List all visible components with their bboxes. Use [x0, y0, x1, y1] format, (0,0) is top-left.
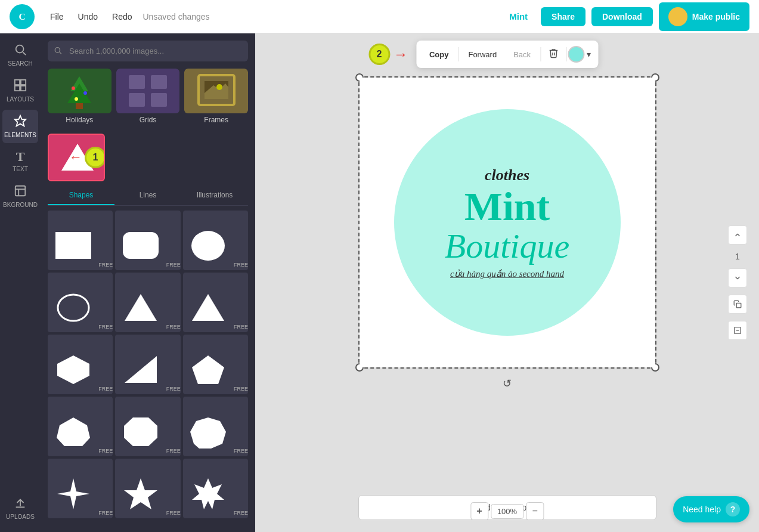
shape-circle-outline[interactable]: FREE — [48, 273, 113, 332]
sidebar-item-uploads[interactable]: UPLOADS — [2, 491, 38, 525]
svg-rect-6 — [15, 86, 20, 91]
layouts-icon — [14, 79, 27, 94]
selected-shape-item[interactable]: ← 1 — [48, 134, 105, 181]
share-button[interactable]: Share — [541, 7, 585, 26]
canvas-area: 2 → Copy Forward Back ▾ — [255, 33, 759, 532]
svg-rect-7 — [21, 86, 26, 91]
svg-rect-4 — [15, 80, 20, 85]
free-badge: FREE — [234, 386, 248, 392]
shape-star5[interactable]: FREE — [115, 459, 180, 518]
step2-wrap: 2 → — [368, 44, 408, 65]
page-up-button[interactable] — [728, 225, 747, 245]
tab-illustrations[interactable]: Illustrations — [181, 186, 248, 205]
shape-circle[interactable]: FREE — [183, 211, 248, 270]
search-bar — [48, 41, 248, 61]
svg-rect-23 — [151, 93, 167, 107]
svg-line-11 — [60, 52, 61, 54]
svg-point-10 — [55, 47, 60, 52]
svg-rect-5 — [21, 80, 26, 85]
sidebar-item-background[interactable]: BKGROUND — [2, 180, 38, 213]
color-swatch[interactable] — [568, 46, 584, 63]
text-label: TEXT — [13, 166, 28, 172]
shape-star6[interactable]: FREE — [183, 459, 248, 518]
main-layout: SEARCH LAYOUTS ELEMENTS T TEXT — [0, 33, 759, 532]
shape-pentagon[interactable]: FREE — [183, 335, 248, 394]
search-input[interactable] — [48, 41, 248, 61]
shape-octagon[interactable]: FREE — [115, 397, 180, 456]
zoom-level: 100% — [491, 504, 523, 519]
shape-nonagon[interactable]: FREE — [183, 397, 248, 456]
redo-menu[interactable]: Redo — [106, 8, 138, 25]
shape-rect[interactable]: FREE — [48, 211, 113, 270]
topbar-menu: File Undo Redo Unsaved changes — [44, 8, 210, 25]
side-panel: Holidays Grids — [41, 33, 255, 532]
canvas-container: clothes Mint Boutique cửa hàng quần áo s… — [358, 76, 656, 369]
shapes-grid: FREE FREE FREE FREE FREE FREE — [41, 211, 255, 525]
mint-button[interactable]: Mint — [502, 8, 535, 25]
need-help-label: Need help — [683, 505, 721, 514]
sidebar-item-text[interactable]: T TEXT — [2, 146, 38, 177]
shape-hexagon[interactable]: FREE — [48, 335, 113, 394]
mint-text: Mint — [445, 184, 569, 229]
page-down-button[interactable] — [728, 268, 747, 287]
step2-indicator: 2 — [368, 44, 390, 65]
design-text: clothes Mint Boutique cửa hàng quần áo s… — [445, 166, 569, 279]
svg-point-16 — [72, 86, 75, 90]
svg-point-27 — [216, 84, 222, 90]
back-button[interactable]: Back — [505, 47, 539, 63]
icon-bar-bottom: UPLOADS — [2, 491, 38, 532]
download-button[interactable]: Download — [591, 7, 653, 26]
search-icon — [14, 43, 27, 58]
svg-marker-44 — [192, 478, 224, 509]
shape-triangle-right[interactable]: FREE — [115, 335, 180, 394]
canvas-inner[interactable]: clothes Mint Boutique cửa hàng quần áo s… — [360, 78, 655, 367]
sidebar-item-search[interactable]: SEARCH — [2, 38, 38, 72]
file-menu[interactable]: File — [44, 8, 70, 25]
tab-lines[interactable]: Lines — [114, 186, 181, 205]
svg-marker-8 — [15, 116, 26, 126]
free-badge: FREE — [98, 386, 113, 392]
elements-label: ELEMENTS — [4, 132, 36, 138]
forward-button[interactable]: Forward — [460, 47, 505, 63]
background-icon — [14, 184, 27, 199]
canva-logo[interactable]: C — [10, 4, 35, 29]
sidebar-item-layouts[interactable]: LAYOUTS — [2, 74, 38, 107]
free-badge: FREE — [98, 510, 113, 516]
svg-rect-21 — [151, 75, 167, 89]
category-grids[interactable]: Grids — [116, 69, 180, 126]
avatar — [668, 7, 687, 26]
sidebar-item-elements[interactable]: ELEMENTS — [2, 110, 38, 143]
category-holidays-label: Holidays — [66, 116, 93, 126]
make-public-button[interactable]: Make public — [659, 2, 749, 31]
zoom-in-button[interactable]: + — [470, 502, 488, 520]
shape-heptagon[interactable]: FREE — [48, 397, 113, 456]
step2-arrow: → — [394, 47, 408, 61]
tab-shapes[interactable]: Shapes — [48, 186, 114, 205]
page-copy-button[interactable] — [728, 295, 747, 314]
rotate-handle[interactable]: ↺ — [500, 376, 515, 391]
svg-marker-35 — [192, 294, 224, 321]
shape-rounded[interactable]: FREE — [115, 211, 180, 270]
shape-triangle[interactable]: FREE — [115, 273, 180, 332]
free-badge: FREE — [98, 324, 113, 330]
category-holidays[interactable]: Holidays — [48, 69, 111, 126]
free-badge: FREE — [234, 448, 248, 454]
shape-tabs: Shapes Lines Illustrations — [48, 186, 248, 206]
zoom-out-button[interactable]: − — [526, 502, 544, 520]
shape-star4[interactable]: FREE — [48, 459, 113, 518]
need-help-button[interactable]: Need help ? — [673, 496, 749, 522]
zoom-controls: + 100% − — [470, 502, 544, 520]
unsaved-status: Unsaved changes — [143, 12, 210, 21]
undo-menu[interactable]: Undo — [72, 8, 104, 25]
category-frames-label: Frames — [204, 116, 228, 126]
delete-button[interactable] — [542, 44, 565, 64]
page-delete-button[interactable] — [728, 321, 747, 340]
uploads-icon — [14, 496, 27, 511]
help-icon: ? — [726, 502, 740, 516]
category-frames[interactable]: Frames — [184, 69, 248, 126]
shape-triangle2[interactable]: FREE — [183, 273, 248, 332]
copy-button[interactable]: Copy — [421, 47, 457, 63]
dropdown-button[interactable]: ▾ — [584, 46, 593, 63]
svg-marker-41 — [190, 417, 226, 449]
svg-marker-36 — [57, 355, 89, 384]
